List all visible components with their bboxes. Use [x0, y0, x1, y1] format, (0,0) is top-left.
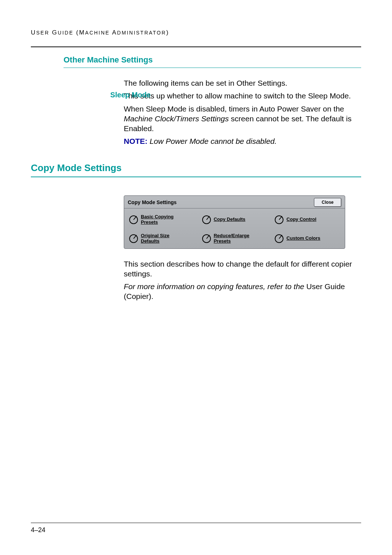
option-reduce-enlarge-presets[interactable]: Reduce/Enlarge Presets: [201, 233, 268, 244]
page-number: 4–24: [31, 526, 45, 534]
other-intro-text: The following items can be set in Other …: [124, 78, 358, 88]
copy-desc-p1: This section describes how to change the…: [124, 259, 358, 279]
radio-icon: [201, 215, 212, 225]
radio-icon: [128, 234, 139, 244]
option-label: Original Size Defaults: [141, 233, 170, 244]
footer-rule: [31, 523, 361, 523]
sleep-mode-p1: This sets up whether to allow machine to…: [124, 91, 358, 101]
option-label: Basic Copying Presets: [141, 214, 173, 225]
option-original-size-defaults[interactable]: Original Size Defaults: [128, 233, 195, 244]
radio-icon: [274, 234, 284, 244]
option-copy-control[interactable]: Copy Control: [274, 214, 340, 225]
radio-icon: [274, 215, 284, 225]
option-label: Custom Colors: [286, 236, 320, 241]
copy-mode-settings-panel: Copy Mode Settings Close Basic Copying P…: [124, 195, 345, 249]
sleep-mode-label: Sleep Mode: [93, 91, 151, 99]
sleep-mode-note: NOTE: Low Power Mode cannot be disabled.: [124, 136, 358, 146]
section-copy-mode-settings-heading: Copy Mode Settings: [31, 162, 361, 174]
radio-icon: [128, 215, 139, 225]
panel-body: Basic Copying Presets Copy Defaults Copy…: [124, 208, 345, 248]
sleep-mode-p2: When Sleep Mode is disabled, timers in A…: [124, 104, 358, 134]
panel-titlebar: Copy Mode Settings Close: [124, 196, 345, 208]
h3-rule: [64, 68, 361, 68]
copy-mode-description: This section describes how to change the…: [124, 259, 358, 301]
running-header: USER GUIDE (MACHINE ADMINISTRATOR): [31, 29, 361, 47]
header-text: USER GUIDE (MACHINE ADMINISTRATOR): [31, 29, 361, 37]
panel-title: Copy Mode Settings: [128, 199, 177, 205]
h2-rule: [31, 177, 361, 177]
option-basic-copying-presets[interactable]: Basic Copying Presets: [128, 214, 195, 225]
radio-icon: [201, 234, 212, 244]
copy-desc-p2: For more information on copying features…: [124, 281, 358, 301]
option-label: Reduce/Enlarge Presets: [214, 233, 249, 244]
option-label: Copy Defaults: [214, 217, 245, 222]
section-other-machine-settings-heading: Other Machine Settings: [64, 55, 361, 65]
option-copy-defaults[interactable]: Copy Defaults: [201, 214, 268, 225]
other-settings-body: The following items can be set in Other …: [124, 78, 358, 88]
option-custom-colors[interactable]: Custom Colors: [274, 233, 340, 244]
option-label: Copy Control: [286, 217, 316, 222]
close-button[interactable]: Close: [314, 198, 341, 207]
